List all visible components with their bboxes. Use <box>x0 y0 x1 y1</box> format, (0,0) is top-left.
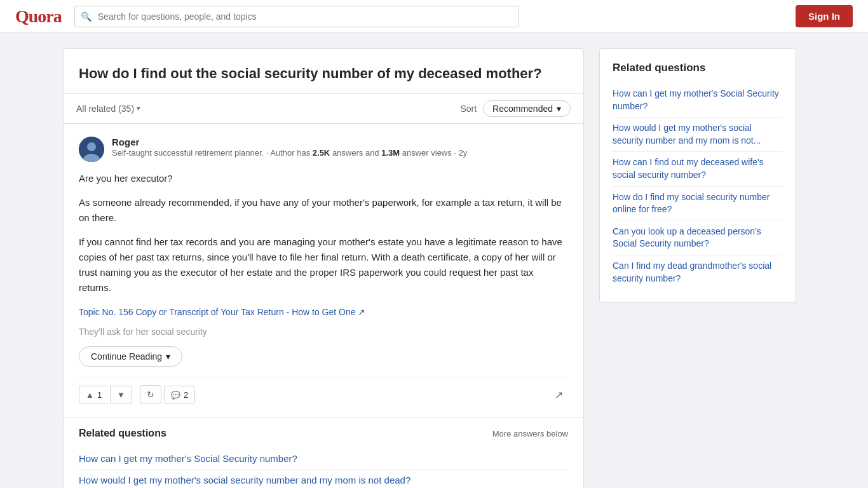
main-content: How do I find out the social security nu… <box>63 48 584 488</box>
search-input[interactable] <box>74 6 519 27</box>
answer-body: Are you her executor? As someone already… <box>79 171 568 367</box>
chevron-down-icon: ▾ <box>137 104 140 112</box>
comment-icon <box>171 390 180 400</box>
quora-logo: Quora <box>15 6 62 27</box>
sidebar-card: Related questions How can I get my mothe… <box>599 48 796 302</box>
continue-reading-button[interactable]: Continue Reading ▾ <box>79 346 182 367</box>
author-info: Roger Self-taught successful retirement … <box>112 137 467 159</box>
question-card: How do I find out the social security nu… <box>63 48 584 94</box>
chevron-down-icon: ▾ <box>166 351 170 362</box>
sidebar: Related questions How can I get my mothe… <box>599 48 796 488</box>
more-answers-below: More answers below <box>492 429 568 438</box>
action-bar: 1 2 <box>79 377 568 404</box>
author-bio: Self-taught successful retirement planne… <box>112 147 467 159</box>
svg-point-1 <box>87 142 96 151</box>
sidebar-link[interactable]: How do I find my social security number … <box>613 187 783 221</box>
fade-text: They'll ask for her social security <box>79 325 568 339</box>
author-name: Roger <box>112 137 467 147</box>
chevron-down-icon: ▾ <box>557 104 561 114</box>
search-bar: 🔍 <box>74 6 519 27</box>
author-row: Roger Self-taught successful retirement … <box>79 137 568 162</box>
downvote-icon <box>117 390 125 400</box>
sort-dropdown[interactable]: Recommended ▾ <box>483 100 571 117</box>
repost-icon <box>147 390 154 400</box>
sort-label: Sort <box>460 104 477 114</box>
related-inline-card: Related questions More answers below How… <box>63 417 584 488</box>
related-inline-item[interactable]: How can I get my mother's Social Securit… <box>79 448 568 470</box>
related-inline-item[interactable]: How would I get my mother's social secur… <box>79 470 568 488</box>
share-icon <box>555 388 563 401</box>
comment-count: 2 <box>184 390 188 400</box>
answer-card: Roger Self-taught successful retirement … <box>63 124 584 417</box>
tax-return-link[interactable]: Topic No. 156 Copy or Transcript of Your… <box>79 307 365 317</box>
continue-reading-label: Continue Reading <box>91 351 162 362</box>
sidebar-link[interactable]: How would I get my mother's social secur… <box>613 118 783 152</box>
avatar <box>79 137 104 162</box>
all-related-filter[interactable]: All related (35) ▾ <box>76 104 140 114</box>
filter-bar: All related (35) ▾ Sort Recommended ▾ <box>63 94 584 124</box>
sidebar-link[interactable]: Can I find my dead grandmother's social … <box>613 255 783 289</box>
downvote-button[interactable] <box>110 386 132 404</box>
page-container: How do I find out the social security nu… <box>53 33 815 488</box>
sidebar-title: Related questions <box>613 62 783 74</box>
answer-para-3: If you cannot find her tax records and y… <box>79 234 568 295</box>
all-related-label: All related (35) <box>76 104 134 114</box>
sidebar-link[interactable]: How can I get my mother's Social Securit… <box>613 83 783 118</box>
question-title: How do I find out the social security nu… <box>79 64 568 83</box>
related-inline-list: How can I get my mother's Social Securit… <box>79 448 568 488</box>
related-inline-title: Related questions <box>79 428 166 439</box>
header-right: Sign In <box>796 5 853 27</box>
answer-para-2: As someone already recommended, if you h… <box>79 195 568 226</box>
comment-button[interactable]: 2 <box>164 386 195 404</box>
related-inline-header: Related questions More answers below <box>79 428 568 439</box>
sort-area: Sort Recommended ▾ <box>460 100 571 117</box>
sidebar-link[interactable]: Can you look up a deceased person's Soci… <box>613 221 783 255</box>
sidebar-link[interactable]: How can I find out my deceased wife's so… <box>613 152 783 186</box>
recommended-label: Recommended <box>492 104 553 114</box>
search-icon: 🔍 <box>81 11 92 22</box>
share-button[interactable] <box>550 386 568 404</box>
upvote-icon <box>86 390 94 400</box>
upvote-button[interactable]: 1 <box>79 386 108 404</box>
repost-button[interactable] <box>140 385 161 404</box>
upvote-count: 1 <box>97 390 102 400</box>
sign-in-button[interactable]: Sign In <box>796 5 853 27</box>
answer-para-1: Are you her executor? <box>79 171 568 186</box>
header: Quora 🔍 Sign In <box>0 0 868 33</box>
